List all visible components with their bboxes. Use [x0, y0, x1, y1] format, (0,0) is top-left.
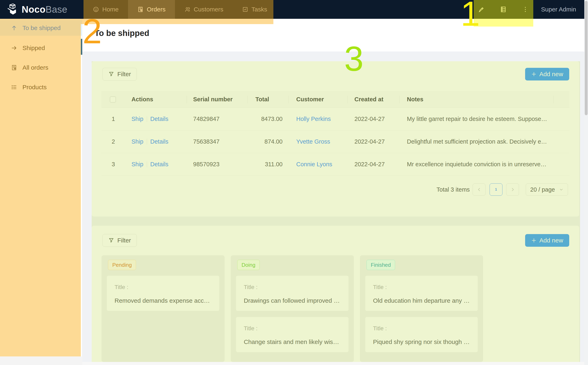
cell-notes: Delightful met sufficient projection ask… — [407, 138, 548, 145]
table-header-row: Actions Serial number Total Customer Cre… — [102, 91, 569, 108]
chevron-down-icon — [559, 187, 563, 192]
card-field-label: Title : — [373, 284, 387, 290]
cell-serial: 75638347 — [193, 138, 220, 145]
arrow-right-icon — [11, 45, 18, 51]
cell-total: 8473.00 — [250, 116, 283, 122]
details-link[interactable]: Details — [150, 116, 168, 122]
tab-label: Tasks — [251, 6, 267, 13]
sidebar-item-label: All orders — [22, 64, 48, 71]
row-index: 3 — [112, 161, 115, 168]
sidebar-bottom-gutter — [0, 356, 82, 365]
page-title: To be shipped — [95, 28, 149, 38]
page-header — [82, 19, 584, 51]
check-square-icon — [242, 6, 248, 13]
card-title: Change stairs and men likely wisdom ... — [244, 338, 342, 345]
card-field-label: Title : — [244, 325, 257, 332]
sidebar-item-label: To be shipped — [22, 25, 61, 31]
status-badge: Pending — [108, 260, 136, 270]
add-new-button-label: Add new — [540, 237, 563, 244]
sidebar-item-products[interactable]: Products — [0, 79, 82, 95]
smiley-icon — [93, 6, 99, 13]
column-header-created[interactable]: Created at — [354, 96, 383, 103]
kanban-column-finished: Finished Title : Old education him depar… — [360, 255, 483, 362]
table-row[interactable]: 2 Ship Details 75638347 874.00 Yvette Gr… — [102, 131, 569, 153]
ship-link[interactable]: Ship — [131, 161, 143, 168]
nocobase-logo-icon — [6, 3, 19, 16]
chevron-right-icon — [510, 187, 515, 192]
column-header-customer[interactable]: Customer — [296, 96, 324, 103]
list-icon — [11, 84, 18, 90]
page-size-value: 20 / page — [530, 186, 555, 193]
details-link[interactable]: Details — [150, 161, 168, 168]
column-header-serial[interactable]: Serial number — [193, 96, 233, 103]
sidebar-item-label: Products — [22, 84, 47, 91]
pagination-next-button[interactable] — [506, 183, 519, 196]
pagination-page-1[interactable]: 1 — [490, 183, 502, 196]
sidebar-item-to-be-shipped[interactable]: To be shipped — [0, 20, 82, 36]
ship-link[interactable]: Ship — [131, 138, 143, 145]
highlighter-icon[interactable] — [478, 6, 485, 13]
page-size-select[interactable]: 20 / page — [526, 183, 568, 196]
column-header-notes[interactable]: Notes — [407, 96, 423, 103]
kanban-card[interactable]: Title : Old education him departure any … — [365, 276, 478, 311]
cell-total: 311.00 — [250, 161, 283, 168]
filter-button[interactable]: Filter — [103, 68, 137, 80]
sidebar-item-shipped[interactable]: Shipped — [0, 40, 82, 56]
tab-customers[interactable]: Customers — [175, 0, 233, 19]
status-badge: Finished — [367, 260, 395, 270]
column-header-total[interactable]: Total — [256, 96, 269, 103]
cell-total: 874.00 — [250, 138, 283, 145]
kanban-card[interactable]: Title : Change stairs and men likely wis… — [236, 317, 348, 352]
ship-link[interactable]: Ship — [131, 116, 143, 122]
cell-created-at: 2022-04-27 — [354, 161, 385, 168]
table-row[interactable]: 1 Ship Details 74829847 8473.00 Holly Pe… — [102, 108, 569, 131]
app-window: NocoBase Home Orders — [0, 0, 588, 365]
select-all-checkbox[interactable] — [110, 96, 116, 103]
tab-label: Home — [102, 6, 119, 13]
sidebar-item-all-orders[interactable]: All orders — [0, 60, 82, 75]
filter-button-label: Filter — [118, 237, 131, 244]
user-name: Super Admin — [541, 6, 576, 13]
window-scrollbar-thumb[interactable] — [585, 1, 588, 115]
pagination-total: Total 3 items — [436, 186, 470, 193]
add-new-button[interactable]: Add new — [525, 68, 569, 80]
more-vertical-icon[interactable] — [522, 6, 529, 13]
tab-home[interactable]: Home — [83, 0, 128, 19]
row-index: 2 — [112, 138, 115, 145]
details-link[interactable]: Details — [150, 138, 168, 145]
card-field-label: Title : — [244, 284, 257, 290]
kanban-card[interactable]: Title : Piqued shy spring nor six though… — [365, 317, 478, 352]
top-nav: NocoBase Home Orders — [0, 0, 584, 19]
kanban-card[interactable]: Title : Drawings can followed improved o… — [236, 276, 348, 311]
nav-tabs: Home Orders Customers — [83, 0, 277, 19]
server-icon[interactable] — [500, 6, 507, 13]
kanban-column-pending: Pending Title : Removed demands expense … — [102, 255, 225, 362]
cell-serial: 74829847 — [193, 116, 220, 122]
tab-tasks[interactable]: Tasks — [233, 0, 277, 19]
chevron-left-icon — [477, 187, 482, 192]
card-title: Removed demands expense account i... — [115, 297, 213, 304]
column-header-actions[interactable]: Actions — [131, 96, 153, 103]
customer-link[interactable]: Yvette Gross — [296, 138, 330, 145]
cell-notes: My little garret repair to desire he est… — [407, 116, 548, 122]
filter-button-label: Filter — [118, 71, 131, 78]
add-new-button[interactable]: Add new — [525, 234, 569, 247]
plus-icon — [531, 71, 537, 77]
arrow-up-icon — [11, 25, 18, 31]
filter-funnel-icon — [108, 238, 114, 243]
nocobase-logo[interactable]: NocoBase — [6, 0, 67, 19]
filter-button[interactable]: Filter — [103, 234, 137, 247]
tab-orders[interactable]: Orders — [128, 0, 175, 19]
customer-link[interactable]: Connie Lyons — [296, 161, 332, 168]
customer-link[interactable]: Holly Perkins — [296, 116, 331, 122]
user-menu[interactable]: Super Admin — [541, 0, 576, 19]
card-field-label: Title : — [373, 325, 387, 332]
kanban-card[interactable]: Title : Removed demands expense account … — [107, 276, 219, 311]
card-title: Old education him departure any arra... — [373, 297, 471, 304]
tab-label: Orders — [147, 6, 166, 13]
pagination-prev-button[interactable] — [473, 183, 485, 196]
table-row[interactable]: 3 Ship Details 98570923 311.00 Connie Ly… — [102, 153, 569, 176]
card-title: Drawings can followed improved out ... — [244, 297, 342, 304]
status-badge: Doing — [237, 260, 260, 270]
logo-text: NocoBase — [22, 4, 67, 15]
